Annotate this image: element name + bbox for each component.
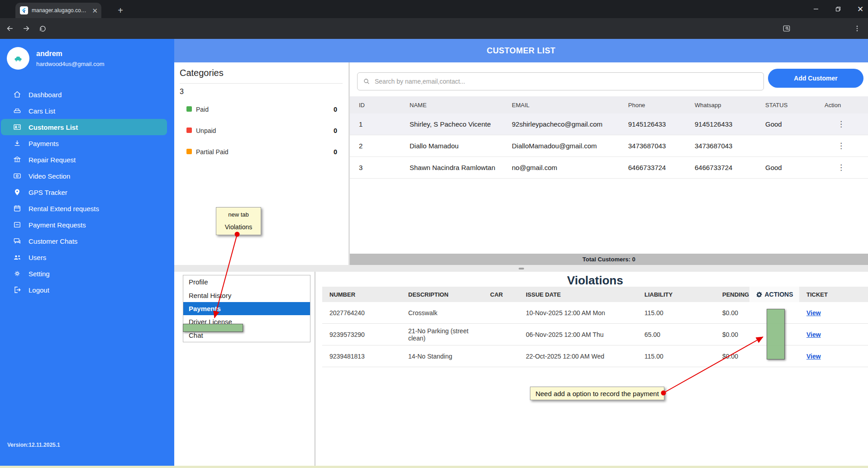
customer-row[interactable]: 3 Shawn Nacindra Ramlowtan no@gmail.com … <box>350 157 868 179</box>
column-header-pending: PENDING <box>715 291 749 298</box>
sidebar-item-label: Logout <box>29 286 49 294</box>
sidebar-item-payments[interactable]: Payments <box>0 135 174 151</box>
tab-rental-history[interactable]: Rental History <box>183 288 310 302</box>
view-ticket-link[interactable]: View <box>806 331 821 338</box>
column-header-email: EMAIL <box>503 102 619 109</box>
column-header-liability: LIABILITY <box>637 291 715 298</box>
category-label: Paid <box>196 105 209 114</box>
paid-color-swatch <box>186 106 192 112</box>
cell-description: 14-No Standing <box>401 353 483 360</box>
row-actions-menu-icon[interactable]: ⋮ <box>816 119 868 129</box>
card-icon <box>13 220 22 229</box>
tab-close-icon[interactable]: ✕ <box>92 7 98 14</box>
tab-label: Chat <box>189 331 203 339</box>
cell-whatsapp: 9145126433 <box>686 120 756 128</box>
panel-divider <box>315 272 315 468</box>
customers-table-header: ID NAME EMAIL Phone Whatsapp STATUS Acti… <box>350 96 868 113</box>
sidebar-item-payment-requests[interactable]: Payment Requests <box>0 217 174 233</box>
cell-name: Shirley, S Pacheco Vicente <box>401 120 503 128</box>
view-ticket-link[interactable]: View <box>806 353 821 360</box>
sidebar-item-video-section[interactable]: Video Section <box>0 168 174 184</box>
violations-panel: Violations NUMBER DESCRIPTION CAR ISSUE … <box>322 272 868 468</box>
search-tabs-icon[interactable] <box>781 23 792 34</box>
row-actions-menu-icon[interactable]: ⋮ <box>816 141 868 151</box>
customer-row[interactable]: 1 Shirley, S Pacheco Vicente 92shirleypa… <box>350 113 868 135</box>
window-minimize-button[interactable] <box>806 0 826 18</box>
sidebar-nav: Dashboard Cars List Customers List Payme… <box>0 86 174 298</box>
browser-tab[interactable]: manager.alugago.com/custome ✕ <box>15 3 101 18</box>
sidebar-item-cars-list[interactable]: Cars List <box>0 103 174 119</box>
sidebar-item-logout[interactable]: Logout <box>0 282 174 298</box>
tab-payments[interactable]: Payments <box>183 302 310 315</box>
view-ticket-link[interactable]: View <box>806 309 821 317</box>
highlight-actions-column <box>767 309 785 359</box>
column-header-whatsapp: Whatsapp <box>686 102 756 109</box>
cell-liability: 115.00 <box>637 353 715 360</box>
cell-email: no@gmail.com <box>503 164 619 171</box>
column-header-phone: Phone <box>619 102 686 109</box>
sidebar-item-label: Payments <box>29 140 59 147</box>
sidebar-item-label: Users <box>29 254 46 261</box>
column-header-car: CAR <box>483 291 519 298</box>
add-customer-button[interactable]: Add Customer <box>768 69 863 88</box>
reload-icon[interactable] <box>37 23 48 34</box>
note-text: Violations <box>218 223 259 231</box>
customer-search[interactable] <box>357 72 764 90</box>
sidebar-item-label: Rental Extend requests <box>29 205 99 213</box>
sidebar-item-gps-tracker[interactable]: GPS Tracker <box>0 184 174 200</box>
sidebar-item-label: GPS Tracker <box>29 189 67 196</box>
categories-title: Categories <box>180 68 224 78</box>
tab-title: manager.alugago.com/custome <box>32 7 88 14</box>
categories-panel: Categories 3 Paid 0 Unpaid 0 Partial Pai… <box>174 62 348 265</box>
column-header-description: DESCRIPTION <box>401 291 483 298</box>
avatar <box>7 47 29 70</box>
tab-profile[interactable]: Profile <box>183 275 310 288</box>
category-row-partial-paid: Partial Paid 0 <box>174 147 348 156</box>
violation-row: 9239573290 21-No Parking (street clean) … <box>322 324 868 345</box>
note-text: Need add a option to record the payment <box>535 390 659 397</box>
sidebar-item-label: Video Section <box>29 172 70 180</box>
highlight-new-tab-placement <box>183 324 243 332</box>
page-title: CUSTOMER LIST <box>487 46 556 56</box>
search-input[interactable] <box>375 78 763 85</box>
cell-description: Crosswalk <box>401 309 483 317</box>
sidebar-item-rental-extend-requests[interactable]: Rental Extend requests <box>0 200 174 217</box>
sidebar-item-setting[interactable]: Setting <box>0 265 174 282</box>
user-email: hardwood4us@gmail.com <box>36 61 105 67</box>
category-row-paid: Paid 0 <box>174 105 348 114</box>
gear-icon <box>13 269 22 278</box>
cell-email: DialloMamadou@gmail.com <box>503 142 619 150</box>
sidebar-item-repair-request[interactable]: Repair Request <box>0 151 174 168</box>
bank-icon <box>13 155 22 164</box>
partial-paid-color-swatch <box>186 149 192 154</box>
forward-icon[interactable] <box>21 23 32 34</box>
logout-icon <box>13 285 22 294</box>
category-row-unpaid: Unpaid 0 <box>174 126 348 135</box>
window-restore-button[interactable] <box>828 0 849 18</box>
sidebar-item-label: Customer Chats <box>29 237 77 245</box>
cell-number: 9239573290 <box>322 331 401 338</box>
category-label: Unpaid <box>196 126 216 135</box>
gear-icon <box>756 291 763 298</box>
sidebar-item-label: Dashboard <box>29 91 62 99</box>
customers-panel: Add Customer ID NAME EMAIL Phone Whatsap… <box>350 62 868 265</box>
new-tab-button[interactable]: + <box>114 5 126 16</box>
window-close-button[interactable]: ✕ <box>850 0 868 18</box>
sidebar: andrem hardwood4us@gmail.com Dashboard C… <box>0 39 174 468</box>
browser-menu-icon[interactable] <box>852 23 863 34</box>
sidebar-item-users[interactable]: Users <box>0 249 174 265</box>
sidebar-item-dashboard[interactable]: Dashboard <box>0 86 174 103</box>
cell-id: 2 <box>350 142 401 150</box>
cell-whatsapp: 3473687043 <box>686 142 756 150</box>
sidebar-item-customers-list[interactable]: Customers List <box>1 119 167 135</box>
column-header-actions[interactable]: ACTIONS <box>749 287 799 302</box>
scrollbar-thumb[interactable] <box>519 268 524 269</box>
sidebar-item-customer-chats[interactable]: Customer Chats <box>0 233 174 249</box>
sidebar-item-label: Setting <box>29 270 50 278</box>
back-icon[interactable] <box>5 23 15 34</box>
row-actions-menu-icon[interactable]: ⋮ <box>816 163 868 172</box>
cell-pending: $0.00 <box>715 353 749 360</box>
cell-name: Diallo Mamadou <box>401 142 503 150</box>
sidebar-item-label: Repair Request <box>29 156 76 164</box>
customer-row[interactable]: 2 Diallo Mamadou DialloMamadou@gmail.com… <box>350 135 868 157</box>
